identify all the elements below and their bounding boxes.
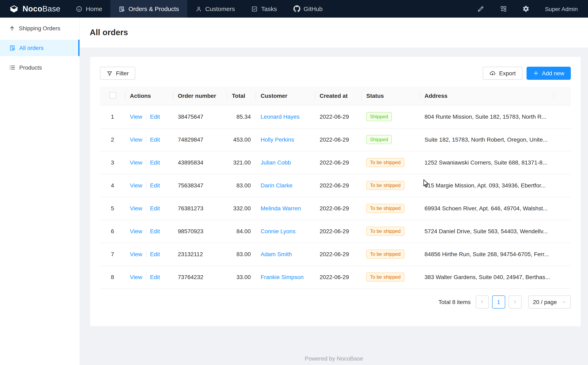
order-document-icon bbox=[119, 6, 125, 12]
table-header-row: Actions Order number Total Customer Crea… bbox=[100, 87, 571, 105]
customer-link[interactable]: Leonard Hayes bbox=[261, 113, 299, 120]
edit-link[interactable]: Edit bbox=[150, 159, 160, 166]
sidebar-item-label: Shipping Orders bbox=[19, 25, 60, 32]
view-link[interactable]: View bbox=[130, 205, 142, 211]
sidebar-item-label: Products bbox=[19, 64, 42, 71]
sidebar-item-all-orders[interactable]: All orders bbox=[0, 40, 80, 56]
column-header-actions: Actions bbox=[125, 87, 173, 105]
tab-label: Home bbox=[86, 5, 102, 12]
column-header-filler bbox=[554, 87, 571, 105]
arrow-up-icon bbox=[9, 25, 15, 31]
row-index: 8 bbox=[100, 266, 125, 288]
tab-label: GitHub bbox=[303, 5, 322, 12]
nocobase-logo[interactable]: NocoBase bbox=[0, 0, 60, 18]
view-link[interactable]: View bbox=[130, 159, 142, 166]
gear-icon[interactable] bbox=[523, 5, 530, 12]
column-header-total: Total bbox=[227, 87, 256, 105]
edit-link[interactable]: Edit bbox=[150, 182, 160, 189]
edit-link[interactable]: Edit bbox=[150, 136, 160, 143]
edit-link[interactable]: Edit bbox=[150, 113, 160, 120]
status-badge: To be shipped bbox=[366, 181, 404, 190]
column-header-address: Address bbox=[420, 87, 554, 105]
total-cell: 83.00 bbox=[227, 243, 256, 266]
row-index: 4 bbox=[100, 174, 125, 197]
edit-link[interactable]: Edit bbox=[150, 205, 160, 211]
column-header-order-number: Order number bbox=[173, 87, 227, 105]
edit-link[interactable]: Edit bbox=[150, 251, 160, 257]
edit-link[interactable]: Edit bbox=[150, 274, 160, 280]
sidebar: Shipping Orders All orders Products bbox=[0, 18, 80, 365]
prev-page-button[interactable] bbox=[476, 295, 489, 308]
edit-link[interactable]: Edit bbox=[150, 228, 160, 234]
nav-tabs: Home Orders & Products Customers bbox=[68, 0, 331, 18]
action-divider bbox=[146, 137, 146, 142]
view-link[interactable]: View bbox=[130, 228, 142, 234]
orders-table: Actions Order number Total Customer Crea… bbox=[100, 87, 571, 289]
select-all-checkbox[interactable] bbox=[109, 92, 116, 99]
export-button[interactable]: Export bbox=[483, 67, 522, 80]
view-link[interactable]: View bbox=[130, 113, 142, 120]
plus-icon bbox=[533, 70, 539, 76]
status-badge: To be shipped bbox=[366, 227, 404, 236]
table-toolbar: Filter Export bbox=[100, 67, 571, 80]
table-row: 5 View Edit 76381273 332.00 Melinda Warr… bbox=[100, 197, 571, 220]
created-at-cell: 2022-06-29 bbox=[315, 266, 361, 288]
page-size-select[interactable]: 20 / page bbox=[528, 295, 571, 308]
top-nav: NocoBase Home Orders bbox=[0, 0, 588, 18]
sidebar-item-label: All orders bbox=[19, 45, 44, 51]
tab-home[interactable]: Home bbox=[68, 0, 110, 18]
orders-card: Filter Export bbox=[90, 57, 581, 326]
address-cell: 383 Walter Gardens, Suite 040, 24947, Be… bbox=[420, 266, 554, 288]
customer-link[interactable]: Adam Smith bbox=[261, 251, 292, 257]
view-link[interactable]: View bbox=[130, 274, 142, 280]
view-link[interactable]: View bbox=[130, 251, 142, 257]
pagination: Total 8 items 1 20 / page bbox=[100, 295, 571, 308]
customer-link[interactable]: Connie Lyons bbox=[261, 228, 295, 234]
total-cell: 83.00 bbox=[227, 174, 256, 197]
list-icon bbox=[9, 64, 15, 71]
table-row: 6 View Edit 98570923 84.00 Connie Lyons … bbox=[100, 220, 571, 243]
view-link[interactable]: View bbox=[130, 136, 142, 143]
view-link[interactable]: View bbox=[130, 182, 142, 189]
tab-orders-and-products[interactable]: Orders & Products bbox=[110, 0, 187, 18]
tab-customers[interactable]: Customers bbox=[187, 0, 243, 18]
address-cell: 804 Runte Mission, Suite 182, 15783, Nor… bbox=[420, 105, 554, 128]
row-index: 5 bbox=[100, 197, 125, 220]
nocobase-logo-icon bbox=[9, 3, 19, 14]
blocks-plus-icon[interactable] bbox=[500, 5, 507, 12]
highlighter-icon[interactable] bbox=[477, 5, 484, 12]
customer-link[interactable]: Darin Clarke bbox=[261, 182, 293, 189]
sidebar-item-shipping-orders[interactable]: Shipping Orders bbox=[0, 20, 80, 36]
main-content: All orders Filter bbox=[80, 18, 588, 365]
page-header: All orders bbox=[80, 18, 588, 48]
action-divider bbox=[146, 205, 146, 211]
action-divider bbox=[146, 160, 146, 165]
add-new-button[interactable]: Add new bbox=[526, 67, 571, 80]
filler-cell bbox=[554, 266, 571, 288]
order-number-cell: 23132112 bbox=[173, 243, 227, 266]
row-index: 3 bbox=[100, 151, 125, 174]
tab-github[interactable]: GitHub bbox=[285, 0, 331, 18]
footer-text: Powered by NocoBase bbox=[80, 355, 588, 362]
next-page-button[interactable] bbox=[508, 295, 521, 308]
status-badge: Shipped bbox=[366, 135, 392, 144]
total-cell: 321.00 bbox=[227, 151, 256, 174]
smile-icon bbox=[76, 6, 83, 12]
tab-tasks[interactable]: Tasks bbox=[243, 0, 285, 18]
filter-button[interactable]: Filter bbox=[100, 67, 135, 80]
address-cell: 015 Margie Mission, Apt. 093, 34936, Ebe… bbox=[420, 174, 554, 197]
customer-link[interactable]: Frankie Simpson bbox=[261, 274, 304, 280]
order-number-cell: 38475647 bbox=[173, 105, 227, 128]
sidebar-item-products[interactable]: Products bbox=[0, 59, 80, 76]
customer-link[interactable]: Melinda Warren bbox=[261, 205, 301, 211]
table-row: 2 View Edit 74829847 453.00 Holly Perkin… bbox=[100, 128, 571, 151]
user-menu[interactable]: Super Admin bbox=[545, 6, 578, 12]
tab-label: Tasks bbox=[261, 5, 277, 12]
tab-label: Orders & Products bbox=[129, 5, 179, 12]
customer-link[interactable]: Holly Perkins bbox=[261, 136, 294, 143]
filler-cell bbox=[554, 151, 571, 174]
customer-link[interactable]: Julian Cobb bbox=[261, 159, 291, 166]
table-row: 7 View Edit 23132112 83.00 Adam Smith 20… bbox=[100, 243, 571, 266]
page-1-button[interactable]: 1 bbox=[492, 295, 505, 308]
status-badge: To be shipped bbox=[366, 250, 404, 259]
